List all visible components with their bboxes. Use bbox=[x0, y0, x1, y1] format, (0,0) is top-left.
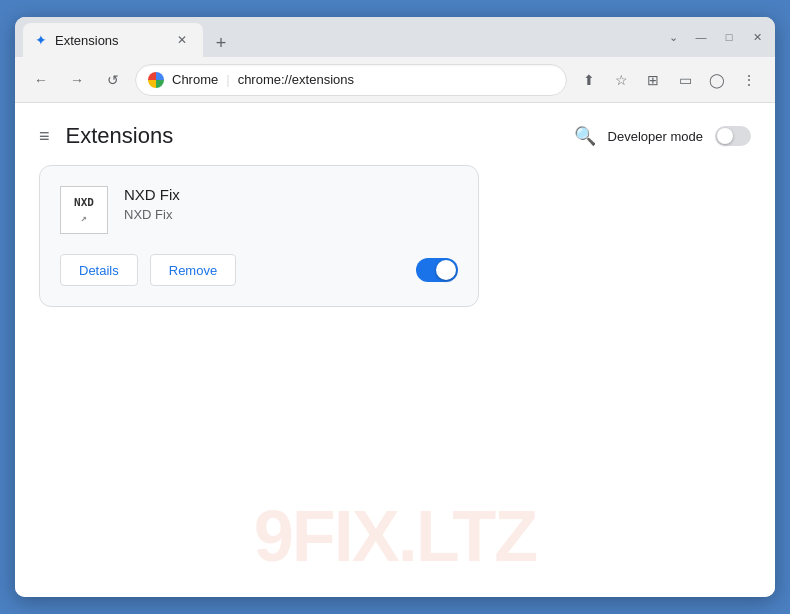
extension-card: NXD ↗ NXD Fix NXD Fix Details Remove bbox=[39, 165, 479, 307]
sidebar-icon[interactable]: ▭ bbox=[671, 66, 699, 94]
toggle-knob bbox=[717, 128, 733, 144]
extension-icon-inner: NXD ↗ bbox=[74, 196, 94, 223]
forward-button[interactable]: → bbox=[63, 66, 91, 94]
address-url: chrome://extensions bbox=[238, 72, 554, 87]
extension-icon-arrow: ↗ bbox=[81, 212, 87, 224]
extensions-icon[interactable]: ⊞ bbox=[639, 66, 667, 94]
extension-icon-text: NXD bbox=[74, 196, 94, 209]
address-separator: | bbox=[226, 72, 229, 87]
menu-icon[interactable]: ⋮ bbox=[735, 66, 763, 94]
header-actions: 🔍 Developer mode bbox=[574, 125, 751, 147]
extension-name: NXD Fix bbox=[124, 186, 458, 203]
watermark: 9FIX.LTZ bbox=[15, 495, 775, 577]
page-title: Extensions bbox=[66, 123, 574, 149]
extension-enable-toggle[interactable] bbox=[416, 258, 458, 282]
chevron-down-icon[interactable]: ⌄ bbox=[663, 27, 683, 47]
remove-button[interactable]: Remove bbox=[150, 254, 236, 286]
extension-icon: NXD ↗ bbox=[60, 186, 108, 234]
hamburger-menu-icon[interactable]: ≡ bbox=[39, 126, 50, 147]
page-content: 9FIX.LTZ ≡ Extensions 🔍 Developer mode N… bbox=[15, 103, 775, 597]
details-button[interactable]: Details bbox=[60, 254, 138, 286]
extensions-list: NXD ↗ NXD Fix NXD Fix Details Remove bbox=[15, 165, 775, 307]
address-bar[interactable]: Chrome | chrome://extensions bbox=[135, 64, 567, 96]
developer-mode-toggle[interactable] bbox=[715, 126, 751, 146]
refresh-button[interactable]: ↺ bbox=[99, 66, 127, 94]
tab-close-button[interactable]: ✕ bbox=[173, 31, 191, 49]
new-tab-button[interactable]: + bbox=[207, 29, 235, 57]
tab-title: Extensions bbox=[55, 33, 165, 48]
tab-extension-icon: ✦ bbox=[35, 32, 47, 48]
minimize-button[interactable]: — bbox=[691, 27, 711, 47]
site-favicon bbox=[148, 72, 164, 88]
search-icon[interactable]: 🔍 bbox=[574, 125, 596, 147]
extension-card-bottom: Details Remove bbox=[60, 254, 458, 286]
browser-window: ✦ Extensions ✕ + ⌄ — □ ✕ ← → ↺ Chrome | … bbox=[15, 17, 775, 597]
toggle-on-knob bbox=[436, 260, 456, 280]
extension-description: NXD Fix bbox=[124, 207, 458, 222]
share-icon[interactable]: ⬆ bbox=[575, 66, 603, 94]
extension-card-top: NXD ↗ NXD Fix NXD Fix bbox=[60, 186, 458, 234]
title-bar: ✦ Extensions ✕ + ⌄ — □ ✕ bbox=[15, 17, 775, 57]
tab-area: ✦ Extensions ✕ + bbox=[23, 17, 655, 57]
back-button[interactable]: ← bbox=[27, 66, 55, 94]
close-button[interactable]: ✕ bbox=[747, 27, 767, 47]
bookmark-icon[interactable]: ☆ bbox=[607, 66, 635, 94]
browser-toolbar: ← → ↺ Chrome | chrome://extensions ⬆ ☆ ⊞… bbox=[15, 57, 775, 103]
toolbar-actions: ⬆ ☆ ⊞ ▭ ◯ ⋮ bbox=[575, 66, 763, 94]
window-controls: ⌄ — □ ✕ bbox=[663, 27, 767, 47]
extensions-header: ≡ Extensions 🔍 Developer mode bbox=[15, 103, 775, 165]
active-tab[interactable]: ✦ Extensions ✕ bbox=[23, 23, 203, 57]
profile-icon[interactable]: ◯ bbox=[703, 66, 731, 94]
developer-mode-label: Developer mode bbox=[608, 129, 703, 144]
site-name: Chrome bbox=[172, 72, 218, 87]
maximize-button[interactable]: □ bbox=[719, 27, 739, 47]
extension-info: NXD Fix NXD Fix bbox=[124, 186, 458, 222]
